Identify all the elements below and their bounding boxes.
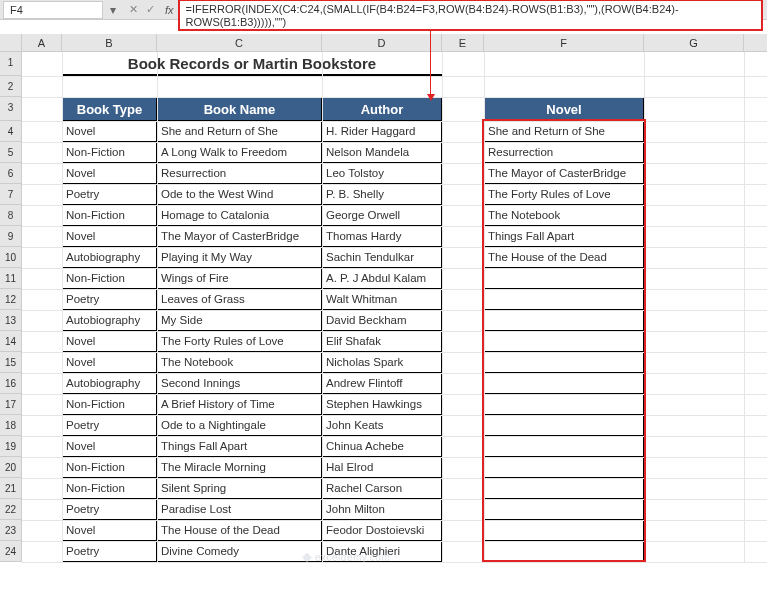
row-header-1[interactable]: 1 — [0, 52, 22, 76]
novel-cell-23[interactable] — [484, 520, 644, 541]
novel-cell-16[interactable] — [484, 373, 644, 394]
column-header-c[interactable]: C — [157, 34, 322, 51]
cell-b-21[interactable]: Non-Fiction — [62, 478, 157, 499]
novel-cell-10[interactable]: The House of the Dead — [484, 247, 644, 268]
cell-c-16[interactable]: Second Innings — [157, 373, 322, 394]
cell-c-17[interactable]: A Brief History of Time — [157, 394, 322, 415]
confirm-icon[interactable]: ✓ — [146, 3, 155, 16]
cell-d-5[interactable]: Nelson Mandela — [322, 142, 442, 163]
novel-cell-7[interactable]: The Forty Rules of Love — [484, 184, 644, 205]
row-header-13[interactable]: 13 — [0, 310, 22, 331]
cell-b-17[interactable]: Non-Fiction — [62, 394, 157, 415]
cell-d-7[interactable]: P. B. Shelly — [322, 184, 442, 205]
cell-c-6[interactable]: Resurrection — [157, 163, 322, 184]
cell-c-7[interactable]: Ode to the West Wind — [157, 184, 322, 205]
cell-b-6[interactable]: Novel — [62, 163, 157, 184]
novel-cell-14[interactable] — [484, 331, 644, 352]
novel-cell-13[interactable] — [484, 310, 644, 331]
cell-b-5[interactable]: Non-Fiction — [62, 142, 157, 163]
fx-icon[interactable]: fx — [165, 4, 174, 16]
novel-cell-19[interactable] — [484, 436, 644, 457]
cell-c-12[interactable]: Leaves of Grass — [157, 289, 322, 310]
cell-c-10[interactable]: Playing it My Way — [157, 247, 322, 268]
row-header-8[interactable]: 8 — [0, 205, 22, 226]
cell-d-22[interactable]: John Milton — [322, 499, 442, 520]
row-header-3[interactable]: 3 — [0, 97, 22, 121]
row-header-17[interactable]: 17 — [0, 394, 22, 415]
cell-c-9[interactable]: The Mayor of CasterBridge — [157, 226, 322, 247]
name-box-dropdown-icon[interactable]: ▾ — [107, 3, 119, 17]
novel-cell-12[interactable] — [484, 289, 644, 310]
cell-d-13[interactable]: David Beckham — [322, 310, 442, 331]
cell-b-4[interactable]: Novel — [62, 121, 157, 142]
column-header-d[interactable]: D — [322, 34, 442, 51]
name-box[interactable]: F4 — [3, 1, 103, 19]
cancel-icon[interactable]: ✕ — [129, 3, 138, 16]
cell-c-13[interactable]: My Side — [157, 310, 322, 331]
row-header-11[interactable]: 11 — [0, 268, 22, 289]
cell-b-14[interactable]: Novel — [62, 331, 157, 352]
cell-d-23[interactable]: Feodor Dostoievski — [322, 520, 442, 541]
cell-b-20[interactable]: Non-Fiction — [62, 457, 157, 478]
cell-b-11[interactable]: Non-Fiction — [62, 268, 157, 289]
novel-cell-17[interactable] — [484, 394, 644, 415]
novel-cell-9[interactable]: Things Fall Apart — [484, 226, 644, 247]
cell-c-5[interactable]: A Long Walk to Freedom — [157, 142, 322, 163]
column-header-a[interactable]: A — [22, 34, 62, 51]
cell-b-23[interactable]: Novel — [62, 520, 157, 541]
select-all-corner[interactable] — [0, 34, 22, 51]
cell-d-19[interactable]: Chinua Achebe — [322, 436, 442, 457]
cell-c-14[interactable]: The Forty Rules of Love — [157, 331, 322, 352]
row-header-9[interactable]: 9 — [0, 226, 22, 247]
row-header-18[interactable]: 18 — [0, 415, 22, 436]
cell-b-19[interactable]: Novel — [62, 436, 157, 457]
novel-cell-5[interactable]: Resurrection — [484, 142, 644, 163]
formula-input[interactable]: =IFERROR(INDEX(C4:C24,(SMALL(IF(B4:B24=F… — [178, 0, 763, 31]
row-header-12[interactable]: 12 — [0, 289, 22, 310]
novel-cell-18[interactable] — [484, 415, 644, 436]
cell-c-15[interactable]: The Notebook — [157, 352, 322, 373]
cell-d-14[interactable]: Elif Shafak — [322, 331, 442, 352]
cell-c-21[interactable]: Silent Spring — [157, 478, 322, 499]
column-header-e[interactable]: E — [442, 34, 484, 51]
cell-c-11[interactable]: Wings of Fire — [157, 268, 322, 289]
novel-cell-15[interactable] — [484, 352, 644, 373]
column-header-b[interactable]: B — [62, 34, 157, 51]
novel-cell-11[interactable] — [484, 268, 644, 289]
cell-c-20[interactable]: The Miracle Morning — [157, 457, 322, 478]
spreadsheet-grid[interactable]: Book Records or Martin Bookstore Book Ty… — [22, 52, 767, 562]
cell-b-13[interactable]: Autobiography — [62, 310, 157, 331]
row-header-22[interactable]: 22 — [0, 499, 22, 520]
novel-cell-21[interactable] — [484, 478, 644, 499]
novel-cell-24[interactable] — [484, 541, 644, 562]
cell-b-18[interactable]: Poetry — [62, 415, 157, 436]
cell-b-16[interactable]: Autobiography — [62, 373, 157, 394]
cell-d-8[interactable]: George Orwell — [322, 205, 442, 226]
novel-cell-22[interactable] — [484, 499, 644, 520]
row-header-4[interactable]: 4 — [0, 121, 22, 142]
cell-d-21[interactable]: Rachel Carson — [322, 478, 442, 499]
cell-c-24[interactable]: Divine Comedy — [157, 541, 322, 562]
row-header-6[interactable]: 6 — [0, 163, 22, 184]
column-header-f[interactable]: F — [484, 34, 644, 51]
cell-d-6[interactable]: Leo Tolstoy — [322, 163, 442, 184]
cell-d-16[interactable]: Andrew Flintoff — [322, 373, 442, 394]
cell-b-15[interactable]: Novel — [62, 352, 157, 373]
novel-cell-8[interactable]: The Notebook — [484, 205, 644, 226]
novel-cell-4[interactable]: She and Return of She — [484, 121, 644, 142]
row-header-10[interactable]: 10 — [0, 247, 22, 268]
row-header-20[interactable]: 20 — [0, 457, 22, 478]
cell-b-24[interactable]: Poetry — [62, 541, 157, 562]
cell-c-22[interactable]: Paradise Lost — [157, 499, 322, 520]
cell-d-18[interactable]: John Keats — [322, 415, 442, 436]
cell-d-4[interactable]: H. Rider Haggard — [322, 121, 442, 142]
cell-d-17[interactable]: Stephen Hawkings — [322, 394, 442, 415]
cell-b-12[interactable]: Poetry — [62, 289, 157, 310]
cell-d-20[interactable]: Hal Elrod — [322, 457, 442, 478]
cell-c-19[interactable]: Things Fall Apart — [157, 436, 322, 457]
row-header-21[interactable]: 21 — [0, 478, 22, 499]
cell-c-8[interactable]: Homage to Catalonia — [157, 205, 322, 226]
cell-b-22[interactable]: Poetry — [62, 499, 157, 520]
novel-cell-20[interactable] — [484, 457, 644, 478]
cell-b-10[interactable]: Autobiography — [62, 247, 157, 268]
